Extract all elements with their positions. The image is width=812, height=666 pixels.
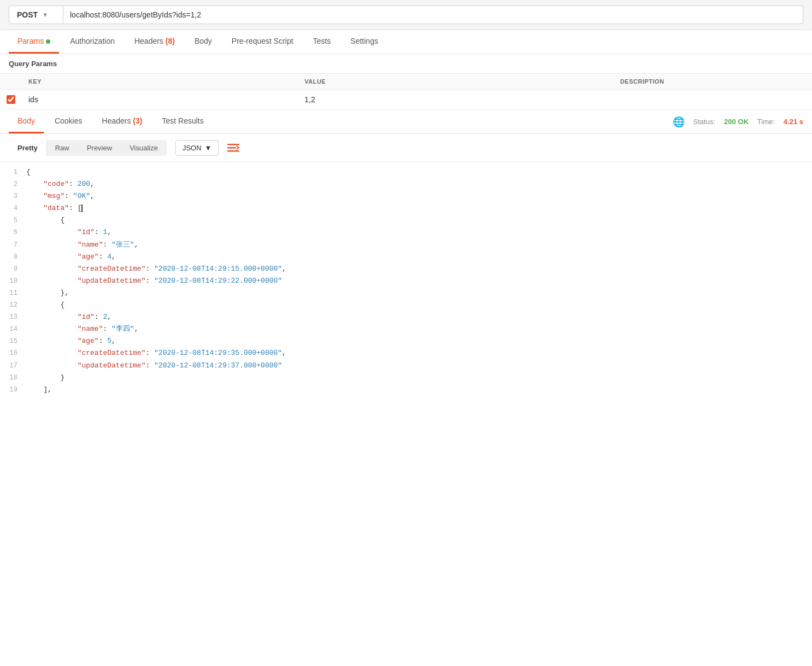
col-desc-header: DESCRIPTION <box>614 74 812 90</box>
key-cell: ids <box>22 90 298 110</box>
line-content-15: "age": 5, <box>26 335 812 347</box>
code-line-9: 9 "createDatetime": "2020-12-08T14:29:15… <box>0 263 812 275</box>
tab-test-results[interactable]: Test Results <box>153 110 212 133</box>
line-num-10: 10 <box>0 275 26 287</box>
code-line-1: 1 { <box>0 166 812 178</box>
code-line-14: 14 "name": "李四", <box>0 323 812 335</box>
format-bar: Pretty Raw Preview Visualize JSON ▼ <box>0 134 812 162</box>
response-status: 🌐 Status: 200 OK Time: 4.21 s <box>673 116 803 128</box>
col-key-header: KEY <box>22 74 298 90</box>
method-select[interactable]: POST ▼ <box>9 5 63 24</box>
line-num-14: 14 <box>0 323 26 335</box>
line-content-16: "createDatetime": "2020-12-08T14:29:35.0… <box>26 347 812 359</box>
line-num-19: 19 <box>0 384 26 395</box>
col-value-header: VALUE <box>298 74 614 90</box>
tab-tests[interactable]: Tests <box>304 30 340 54</box>
row-checkbox-cell <box>7 95 15 104</box>
line-content-7: "name": "张三", <box>26 239 812 251</box>
line-content-11: }, <box>26 287 812 299</box>
headers-badge: (8) <box>166 37 175 45</box>
params-table: KEY VALUE DESCRIPTION ids 1,2 <box>0 73 812 110</box>
fmt-tab-preview[interactable]: Preview <box>78 140 121 156</box>
line-content-19: ], <box>26 384 812 396</box>
code-line-17: 17 "updateDatetime": "2020-12-08T14:29:3… <box>0 360 812 372</box>
line-num-9: 9 <box>0 263 26 274</box>
line-num-8: 8 <box>0 251 26 262</box>
fmt-tab-visualize[interactable]: Visualize <box>121 140 167 156</box>
code-line-13: 13 "id": 2, <box>0 311 812 323</box>
code-line-19: 19 ], <box>0 384 812 396</box>
col-check-header <box>0 74 22 90</box>
line-content-14: "name": "李四", <box>26 323 812 335</box>
tab-cookies[interactable]: Cookies <box>46 110 91 133</box>
query-params-title: Query Params <box>0 54 812 73</box>
line-num-11: 11 <box>0 287 26 299</box>
line-num-5: 5 <box>0 214 26 226</box>
line-num-18: 18 <box>0 372 26 383</box>
tab-response-body[interactable]: Body <box>9 110 44 133</box>
line-num-4: 4 <box>0 202 26 214</box>
line-content-9: "createDatetime": "2020-12-08T14:29:15.0… <box>26 263 812 275</box>
code-line-16: 16 "createDatetime": "2020-12-08T14:29:3… <box>0 347 812 359</box>
line-content-3: "msg": "OK", <box>26 190 812 202</box>
desc-cell <box>614 90 812 110</box>
tab-settings[interactable]: Settings <box>342 30 387 54</box>
fmt-tab-raw[interactable]: Raw <box>46 140 78 156</box>
tab-prerequest[interactable]: Pre-request Script <box>223 30 302 54</box>
request-tabs: Params Authorization Headers (8) Body Pr… <box>0 30 812 54</box>
line-num-12: 12 <box>0 299 26 311</box>
tab-response-headers[interactable]: Headers (3) <box>93 110 151 133</box>
code-line-2: 2 "code": 200, <box>0 178 812 190</box>
line-content-5: { <box>26 214 812 226</box>
url-input[interactable] <box>63 5 803 24</box>
format-tabs: Pretty Raw Preview Visualize <box>9 140 167 156</box>
code-line-18: 18 } <box>0 372 812 384</box>
line-content-4: "data": [ <box>26 202 812 214</box>
tab-body[interactable]: Body <box>186 30 221 54</box>
line-content-17: "updateDatetime": "2020-12-08T14:29:37.0… <box>26 360 812 372</box>
code-line-3: 3 "msg": "OK", <box>0 190 812 202</box>
status-value: 200 OK <box>724 118 749 126</box>
line-num-16: 16 <box>0 347 26 359</box>
code-line-11: 11 }, <box>0 287 812 299</box>
line-num-17: 17 <box>0 360 26 371</box>
response-tabs-row: Body Cookies Headers (3) Test Results 🌐 … <box>0 110 812 134</box>
line-content-10: "updateDatetime": "2020-12-08T14:29:22.0… <box>26 275 812 287</box>
line-content-13: "id": 2, <box>26 311 812 323</box>
params-dot <box>46 39 50 44</box>
line-content-18: } <box>26 372 812 384</box>
json-format-select[interactable]: JSON ▼ <box>175 140 219 156</box>
method-label: POST <box>17 10 38 19</box>
line-content-8: "age": 4, <box>26 251 812 263</box>
tab-params[interactable]: Params <box>9 30 59 54</box>
time-label: Time: <box>757 118 775 126</box>
time-value: 4.21 s <box>784 118 803 126</box>
value-cell: 1,2 <box>298 90 614 110</box>
line-content-6: "id": 1, <box>26 226 812 238</box>
globe-icon[interactable]: 🌐 <box>673 116 685 128</box>
line-num-15: 15 <box>0 335 26 347</box>
row-checkbox[interactable] <box>7 95 15 104</box>
code-line-10: 10 "updateDatetime": "2020-12-08T14:29:2… <box>0 275 812 287</box>
line-num-6: 6 <box>0 226 26 238</box>
line-num-7: 7 <box>0 239 26 250</box>
line-content-2: "code": 200, <box>26 178 812 190</box>
code-viewer: 1 { 2 "code": 200, 3 "msg": "OK", 4 "dat… <box>0 162 812 400</box>
line-num-13: 13 <box>0 311 26 323</box>
wrap-button[interactable] <box>223 139 244 156</box>
tab-headers[interactable]: Headers (8) <box>126 30 184 54</box>
url-bar: POST ▼ <box>0 0 812 30</box>
fmt-tab-pretty[interactable]: Pretty <box>9 140 46 156</box>
line-content-1: { <box>26 166 812 178</box>
code-line-6: 6 "id": 1, <box>0 226 812 238</box>
table-row: ids 1,2 <box>0 90 812 110</box>
line-num-3: 3 <box>0 190 26 202</box>
tab-authorization[interactable]: Authorization <box>61 30 123 54</box>
response-tabs: Body Cookies Headers (3) Test Results <box>9 110 215 133</box>
code-line-8: 8 "age": 4, <box>0 251 812 263</box>
line-num-1: 1 <box>0 166 26 178</box>
svg-rect-1 <box>227 147 236 149</box>
code-line-15: 15 "age": 5, <box>0 335 812 347</box>
code-line-12: 12 { <box>0 299 812 311</box>
wrap-icon <box>227 143 239 153</box>
